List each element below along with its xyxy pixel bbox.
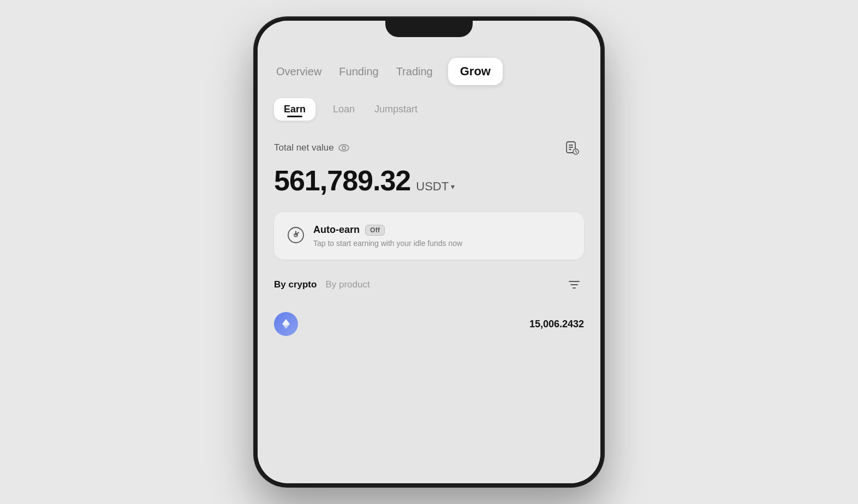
phone-notch (385, 17, 473, 37)
tab-funding[interactable]: Funding (337, 62, 380, 81)
auto-earn-title: Auto-earn (313, 224, 360, 236)
filter-icon-button[interactable] (564, 275, 584, 295)
tab-grow[interactable]: Grow (448, 58, 503, 85)
phone-screen: Overview Funding Trading Grow Earn Loan … (258, 21, 600, 483)
total-net-section: Total net value (274, 136, 584, 197)
eye-icon[interactable] (338, 142, 349, 153)
auto-earn-card[interactable]: Auto-earn Off Tap to start earning with … (274, 212, 584, 260)
auto-earn-description: Tap to start earning with your idle fund… (313, 239, 572, 248)
svg-rect-3 (569, 145, 573, 146)
auto-earn-content: Auto-earn Off Tap to start earning with … (313, 224, 572, 248)
balance-amount: 561,789.32 (274, 164, 410, 197)
filter-by-crypto[interactable]: By crypto (274, 279, 317, 290)
sub-nav: Earn Loan Jumpstart (258, 94, 600, 125)
total-net-label: Total net value (274, 142, 349, 153)
crypto-list: 15,006.2432 (274, 304, 584, 344)
subtab-jumpstart[interactable]: Jumpstart (372, 99, 420, 119)
phone-wrapper: Overview Funding Trading Grow Earn Loan … (0, 0, 858, 504)
crypto-item[interactable]: 15,006.2432 (274, 304, 584, 344)
tab-trading[interactable]: Trading (394, 62, 435, 81)
tab-overview[interactable]: Overview (274, 62, 324, 81)
auto-earn-icon (286, 225, 306, 245)
filter-row: By crypto By product (274, 275, 584, 295)
svg-point-1 (342, 146, 345, 149)
filter-tabs: By crypto By product (274, 279, 370, 290)
currency-dropdown-arrow[interactable]: ▾ (451, 182, 455, 191)
main-content: Total net value (258, 125, 600, 483)
balance-row: 561,789.32 USDT ▾ (274, 164, 584, 197)
subtab-earn[interactable]: Earn (274, 98, 315, 121)
total-net-text: Total net value (274, 142, 334, 153)
svg-rect-5 (569, 149, 571, 150)
subtab-loan[interactable]: Loan (331, 99, 357, 119)
phone-frame: Overview Funding Trading Grow Earn Loan … (254, 17, 604, 487)
crypto-avatar-eth (274, 312, 298, 336)
currency-code: USDT (416, 179, 449, 194)
filter-by-product[interactable]: By product (325, 279, 370, 290)
crypto-item-amount: 15,006.2432 (529, 319, 584, 330)
total-net-label-row: Total net value (274, 136, 584, 160)
auto-earn-off-badge: Off (365, 225, 385, 236)
svg-point-0 (339, 145, 349, 151)
balance-currency: USDT ▾ (416, 179, 455, 194)
svg-rect-4 (569, 147, 573, 148)
auto-earn-title-row: Auto-earn Off (313, 224, 572, 236)
history-icon-button[interactable] (560, 136, 584, 160)
